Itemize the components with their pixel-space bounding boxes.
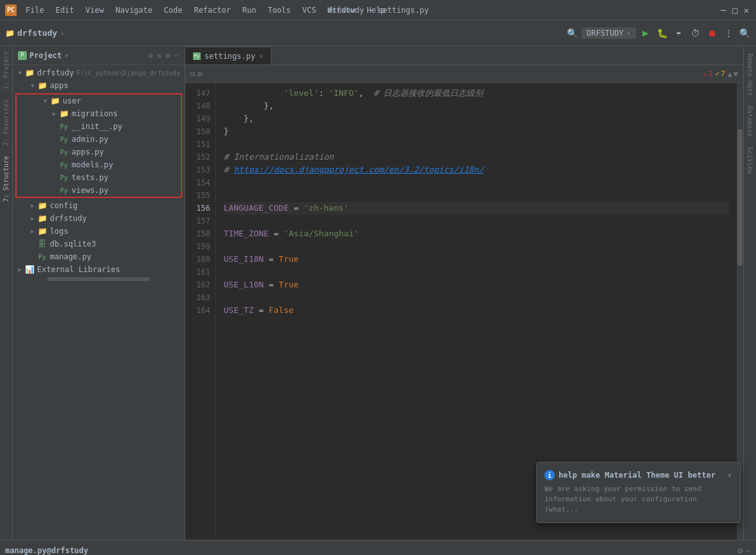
project-header-icon: P xyxy=(18,51,27,60)
line-num-153: 153 xyxy=(185,163,215,176)
menu-run[interactable]: Run xyxy=(237,4,261,16)
code-line-150: } xyxy=(224,125,729,138)
tree-item-migrations[interactable]: ▶ 📁 migrations xyxy=(17,107,181,120)
tree-item-drfstudy-folder[interactable]: ▶ 📁 drfstudy xyxy=(13,212,185,225)
bottom-settings-icon[interactable]: ⚙ xyxy=(737,545,743,556)
run-config-chevron[interactable]: ▾ xyxy=(626,29,631,38)
tab-bar: Py settings.py ✕ xyxy=(185,46,743,65)
rvtab-remote-host[interactable]: Remote Host xyxy=(745,51,755,98)
sidebar-filter-icon[interactable]: ⇅ xyxy=(155,50,162,61)
run-button[interactable]: ▶ xyxy=(638,26,652,40)
error-icon: ⚠ xyxy=(703,70,707,78)
toolbar-icon-1[interactable]: 🔍 xyxy=(566,27,579,40)
sidebar-collapse-icon[interactable]: − xyxy=(173,50,180,61)
profile-button[interactable]: ⏱ xyxy=(688,26,702,40)
code-line-157 xyxy=(224,215,729,227)
debug-button[interactable]: 🐛 xyxy=(655,26,669,40)
code-line-164: USE_TZ = False xyxy=(224,304,729,317)
menu-view[interactable]: View xyxy=(81,4,109,16)
sidebar-add-icon[interactable]: ⊕ xyxy=(147,50,154,61)
vtab-project[interactable]: 1: Project xyxy=(1,46,11,95)
editor-toolbar-unfold-icon[interactable]: ⊞ xyxy=(197,70,202,79)
project-label: 📁 drfstudy › xyxy=(5,28,65,38)
nav-down-icon[interactable]: ▼ xyxy=(734,70,738,79)
apps-arrow: ▼ xyxy=(28,81,37,90)
migrations-arrow: ▶ xyxy=(50,109,59,118)
warning-count: 7 xyxy=(721,70,725,78)
rvtab-sciview[interactable]: SciView xyxy=(745,144,755,176)
line-num-158: 158 xyxy=(185,227,215,240)
logs-arrow: ▶ xyxy=(28,227,37,236)
init-py-label: __init__.py xyxy=(72,122,122,131)
menu-vcs[interactable]: VCS xyxy=(297,4,321,16)
tree-item-apps[interactable]: ▼ 📁 apps xyxy=(13,79,185,92)
close-button[interactable]: ✕ xyxy=(742,6,751,15)
sidebar-title-arrow[interactable]: ▾ xyxy=(65,51,69,60)
tree-item-db-sqlite3[interactable]: 🗄 db.sqlite3 xyxy=(13,238,185,250)
sidebar-title: Project xyxy=(29,51,62,60)
tree-item-admin-py[interactable]: Py admin.py xyxy=(17,133,181,146)
tab-close-icon[interactable]: ✕ xyxy=(259,52,263,59)
line-num-155: 155 xyxy=(185,189,215,202)
code-line-156: LANGUAGE_CODE = 'zh-hans' xyxy=(224,202,729,215)
tree-item-init-py[interactable]: Py __init__.py xyxy=(17,120,181,133)
root-arrow: ▼ xyxy=(15,68,24,77)
tree-root[interactable]: ▼ 📁 drfstudy F:\C_python\Django_drfstudy xyxy=(13,66,185,79)
notification-chevron-icon[interactable]: ▾ xyxy=(727,470,732,480)
sidebar-scrollbar[interactable] xyxy=(47,277,150,281)
root-path: F:\C_python\Django_drfstudy xyxy=(77,70,181,77)
menu-edit[interactable]: Edit xyxy=(50,4,79,16)
tree-item-tests-py[interactable]: Py tests.py xyxy=(17,171,181,184)
more-button[interactable]: ⋮ xyxy=(721,26,736,40)
nav-arrows: ▲ ▼ xyxy=(728,70,738,79)
minimize-button[interactable]: ─ xyxy=(719,6,728,15)
project-folder-icon: 📁 xyxy=(5,29,15,38)
tree-item-models-py[interactable]: Py models.py xyxy=(17,158,181,171)
vtab-favorites[interactable]: 2: Favorites xyxy=(1,95,11,151)
rvtab-database[interactable]: Database xyxy=(745,103,755,139)
tree-item-ext-libs[interactable]: ▶ 📊 External Libraries xyxy=(13,263,185,276)
sidebar-header: P Project ▾ ⊕ ⇅ ⚙ − xyxy=(13,46,185,65)
tree-item-config[interactable]: ▶ 📁 config xyxy=(13,199,185,212)
menu-file[interactable]: File xyxy=(20,4,49,16)
left-vertical-tabs: 1: Project 2: Favorites 7: Structure xyxy=(0,46,13,540)
views-py-icon: Py xyxy=(59,185,69,195)
nav-up-icon[interactable]: ▲ xyxy=(728,70,732,79)
maximize-button[interactable]: □ xyxy=(730,6,739,15)
user-label: user xyxy=(63,96,81,105)
menu-refactor[interactable]: Refactor xyxy=(189,4,236,16)
tree-item-views-py[interactable]: Py views.py xyxy=(17,184,181,197)
settings-py-tab[interactable]: Py settings.py ✕ xyxy=(185,47,272,65)
drfstudy-arrow: ▶ xyxy=(28,214,37,223)
toolbar-search-icon[interactable]: 🔍 xyxy=(738,27,751,40)
logs-label: logs xyxy=(50,227,68,236)
vtab-structure[interactable]: 7: Structure xyxy=(1,151,11,207)
notification-title: help make Material Theme UI better xyxy=(559,471,716,480)
tree-item-apps-py[interactable]: Py apps.py xyxy=(17,146,181,158)
admin-py-label: admin.py xyxy=(72,135,109,144)
migrations-folder-icon: 📁 xyxy=(59,109,69,119)
tree-item-user[interactable]: ▼ 📁 user xyxy=(17,95,181,107)
tree-item-logs[interactable]: ▶ 📁 logs xyxy=(13,225,185,238)
line-num-154: 154 xyxy=(185,176,215,189)
line-num-157: 157 xyxy=(185,215,215,227)
coverage-button[interactable]: ☂ xyxy=(672,26,686,40)
code-line-158: TIME_ZONE = 'Asia/Shanghai' xyxy=(224,227,729,240)
tree-item-manage-py[interactable]: Py manage.py xyxy=(13,250,185,263)
stop-button[interactable]: ⏹ xyxy=(705,26,719,40)
code-line-159 xyxy=(224,240,729,253)
code-line-153: # https://docs.djangoproject.com/en/3.2/… xyxy=(224,163,729,176)
bottom-minimize-icon[interactable]: − xyxy=(746,545,751,556)
models-py-label: models.py xyxy=(72,160,113,169)
editor-toolbar-fold-icon[interactable]: ⊟ xyxy=(190,70,195,79)
line-numbers: 147 148 149 150 151 152 153 154 155 156 … xyxy=(185,83,216,540)
menu-navigate[interactable]: Navigate xyxy=(111,4,158,16)
menu-code[interactable]: Code xyxy=(159,4,188,16)
warning-badge: ✓ 7 xyxy=(715,70,725,78)
line-num-148: 148 xyxy=(185,100,215,112)
code-line-154 xyxy=(224,176,729,189)
window-title: drfstudy - settings.py xyxy=(327,6,429,15)
menu-tools[interactable]: Tools xyxy=(263,4,296,16)
sidebar-settings-icon[interactable]: ⚙ xyxy=(164,50,171,61)
root-folder-icon: 📁 xyxy=(24,68,35,78)
